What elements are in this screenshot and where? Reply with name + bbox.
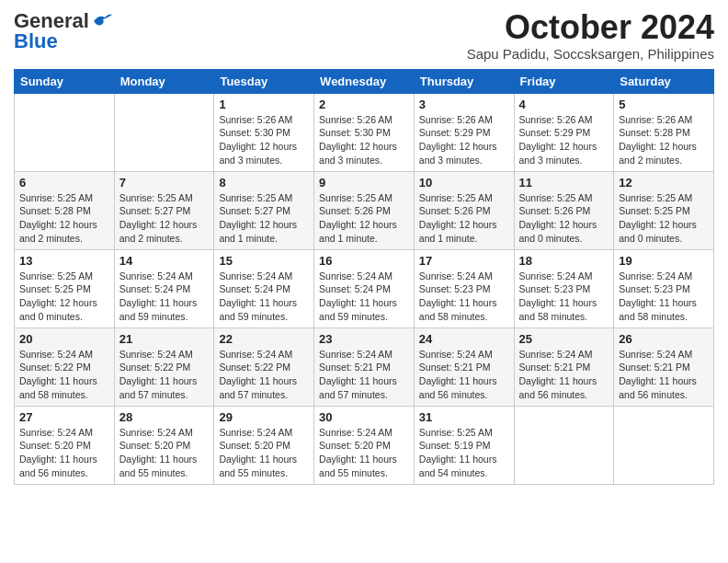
- calendar-cell: 10Sunrise: 5:25 AM Sunset: 5:26 PM Dayli…: [414, 171, 514, 249]
- calendar-cell: 2Sunrise: 5:26 AM Sunset: 5:30 PM Daylig…: [314, 93, 415, 171]
- calendar-cell: 16Sunrise: 5:24 AM Sunset: 5:24 PM Dayli…: [314, 249, 415, 327]
- day-number: 17: [419, 254, 509, 268]
- calendar-cell: 11Sunrise: 5:25 AM Sunset: 5:26 PM Dayli…: [514, 171, 614, 249]
- weekday-header-thursday: Thursday: [414, 69, 514, 93]
- day-info: Sunrise: 5:24 AM Sunset: 5:21 PM Dayligh…: [519, 348, 609, 402]
- day-number: 24: [419, 332, 509, 346]
- day-number: 9: [319, 176, 409, 190]
- calendar-cell: 28Sunrise: 5:24 AM Sunset: 5:20 PM Dayli…: [114, 406, 214, 484]
- day-info: Sunrise: 5:26 AM Sunset: 5:30 PM Dayligh…: [219, 113, 309, 167]
- day-number: 10: [419, 176, 509, 190]
- day-number: 31: [419, 410, 509, 424]
- calendar-cell: 12Sunrise: 5:25 AM Sunset: 5:25 PM Dayli…: [614, 171, 714, 249]
- day-info: Sunrise: 5:26 AM Sunset: 5:28 PM Dayligh…: [619, 113, 709, 167]
- day-number: 23: [319, 332, 409, 346]
- page-header: General Blue October 2024 Sapu Padidu, S…: [14, 9, 714, 62]
- day-info: Sunrise: 5:24 AM Sunset: 5:20 PM Dayligh…: [19, 426, 109, 480]
- day-number: 21: [119, 332, 210, 346]
- calendar-cell: 27Sunrise: 5:24 AM Sunset: 5:20 PM Dayli…: [15, 406, 115, 484]
- day-info: Sunrise: 5:24 AM Sunset: 5:21 PM Dayligh…: [419, 348, 509, 402]
- day-number: 28: [119, 410, 210, 424]
- day-number: 3: [419, 98, 509, 111]
- day-number: 6: [19, 176, 109, 190]
- calendar-cell: 1Sunrise: 5:26 AM Sunset: 5:30 PM Daylig…: [214, 93, 314, 171]
- calendar-week-row: 27Sunrise: 5:24 AM Sunset: 5:20 PM Dayli…: [15, 406, 714, 484]
- weekday-header-sunday: Sunday: [15, 69, 115, 93]
- calendar-cell: 20Sunrise: 5:24 AM Sunset: 5:22 PM Dayli…: [15, 327, 115, 406]
- calendar-cell: 5Sunrise: 5:26 AM Sunset: 5:28 PM Daylig…: [614, 93, 714, 171]
- day-number: 11: [519, 176, 609, 190]
- day-info: Sunrise: 5:25 AM Sunset: 5:27 PM Dayligh…: [219, 191, 309, 246]
- calendar-week-row: 20Sunrise: 5:24 AM Sunset: 5:22 PM Dayli…: [15, 327, 714, 406]
- calendar-week-row: 6Sunrise: 5:25 AM Sunset: 5:28 PM Daylig…: [15, 171, 714, 249]
- calendar-cell: 19Sunrise: 5:24 AM Sunset: 5:23 PM Dayli…: [614, 249, 714, 327]
- day-number: 15: [219, 254, 309, 268]
- day-info: Sunrise: 5:25 AM Sunset: 5:25 PM Dayligh…: [619, 191, 709, 246]
- calendar-week-row: 1Sunrise: 5:26 AM Sunset: 5:30 PM Daylig…: [15, 93, 714, 171]
- day-info: Sunrise: 5:25 AM Sunset: 5:26 PM Dayligh…: [319, 191, 409, 246]
- day-number: 13: [19, 254, 109, 268]
- day-number: 25: [519, 332, 609, 346]
- calendar-cell: 29Sunrise: 5:24 AM Sunset: 5:20 PM Dayli…: [214, 406, 314, 484]
- calendar-table: SundayMondayTuesdayWednesdayThursdayFrid…: [14, 69, 714, 485]
- calendar-cell: 14Sunrise: 5:24 AM Sunset: 5:24 PM Dayli…: [114, 249, 214, 327]
- day-number: 30: [319, 410, 409, 424]
- calendar-cell: 6Sunrise: 5:25 AM Sunset: 5:28 PM Daylig…: [15, 171, 115, 249]
- day-number: 4: [519, 98, 609, 111]
- day-info: Sunrise: 5:24 AM Sunset: 5:20 PM Dayligh…: [219, 426, 309, 480]
- day-info: Sunrise: 5:24 AM Sunset: 5:20 PM Dayligh…: [119, 426, 210, 480]
- calendar-cell: 7Sunrise: 5:25 AM Sunset: 5:27 PM Daylig…: [114, 171, 214, 249]
- day-info: Sunrise: 5:25 AM Sunset: 5:26 PM Dayligh…: [519, 191, 609, 246]
- day-info: Sunrise: 5:24 AM Sunset: 5:22 PM Dayligh…: [219, 348, 309, 402]
- logo-bird-icon: [92, 12, 112, 29]
- month-title: October 2024: [467, 9, 714, 46]
- day-info: Sunrise: 5:24 AM Sunset: 5:23 PM Dayligh…: [419, 270, 509, 324]
- day-number: 27: [19, 410, 109, 424]
- calendar-cell: 31Sunrise: 5:25 AM Sunset: 5:19 PM Dayli…: [414, 406, 514, 484]
- day-info: Sunrise: 5:25 AM Sunset: 5:19 PM Dayligh…: [419, 426, 509, 480]
- weekday-header-saturday: Saturday: [614, 69, 714, 93]
- day-info: Sunrise: 5:26 AM Sunset: 5:30 PM Dayligh…: [319, 113, 409, 167]
- calendar-cell: 18Sunrise: 5:24 AM Sunset: 5:23 PM Dayli…: [514, 249, 614, 327]
- calendar-cell: 4Sunrise: 5:26 AM Sunset: 5:29 PM Daylig…: [514, 93, 614, 171]
- calendar-cell: 3Sunrise: 5:26 AM Sunset: 5:29 PM Daylig…: [414, 93, 514, 171]
- day-number: 16: [319, 254, 409, 268]
- day-info: Sunrise: 5:26 AM Sunset: 5:29 PM Dayligh…: [419, 113, 509, 167]
- location-subtitle: Sapu Padidu, Soccsksargen, Philippines: [467, 46, 714, 62]
- day-info: Sunrise: 5:24 AM Sunset: 5:24 PM Dayligh…: [319, 270, 409, 324]
- day-number: 8: [219, 176, 309, 190]
- day-info: Sunrise: 5:24 AM Sunset: 5:21 PM Dayligh…: [619, 348, 709, 402]
- day-number: 7: [119, 176, 210, 190]
- day-number: 29: [219, 410, 309, 424]
- calendar-cell: 23Sunrise: 5:24 AM Sunset: 5:21 PM Dayli…: [314, 327, 415, 406]
- day-info: Sunrise: 5:24 AM Sunset: 5:23 PM Dayligh…: [519, 270, 609, 324]
- day-number: 1: [219, 98, 309, 111]
- calendar-cell: 24Sunrise: 5:24 AM Sunset: 5:21 PM Dayli…: [414, 327, 514, 406]
- day-info: Sunrise: 5:24 AM Sunset: 5:23 PM Dayligh…: [619, 270, 709, 324]
- calendar-cell: 22Sunrise: 5:24 AM Sunset: 5:22 PM Dayli…: [214, 327, 314, 406]
- day-info: Sunrise: 5:24 AM Sunset: 5:20 PM Dayligh…: [319, 426, 409, 480]
- calendar-cell: 17Sunrise: 5:24 AM Sunset: 5:23 PM Dayli…: [414, 249, 514, 327]
- logo: General Blue: [14, 9, 112, 53]
- calendar-cell: [114, 93, 214, 171]
- day-number: 12: [619, 176, 709, 190]
- day-number: 20: [19, 332, 109, 346]
- day-info: Sunrise: 5:24 AM Sunset: 5:24 PM Dayligh…: [119, 270, 210, 324]
- calendar-cell: 9Sunrise: 5:25 AM Sunset: 5:26 PM Daylig…: [314, 171, 415, 249]
- weekday-header-wednesday: Wednesday: [314, 69, 415, 93]
- calendar-header-row: SundayMondayTuesdayWednesdayThursdayFrid…: [15, 69, 714, 93]
- day-info: Sunrise: 5:26 AM Sunset: 5:29 PM Dayligh…: [519, 113, 609, 167]
- title-area: October 2024 Sapu Padidu, Soccsksargen, …: [467, 9, 714, 62]
- day-number: 26: [619, 332, 709, 346]
- calendar-cell: 13Sunrise: 5:25 AM Sunset: 5:25 PM Dayli…: [15, 249, 115, 327]
- day-number: 5: [619, 98, 709, 111]
- calendar-cell: 30Sunrise: 5:24 AM Sunset: 5:20 PM Dayli…: [314, 406, 415, 484]
- calendar-cell: [15, 93, 115, 171]
- calendar-cell: 15Sunrise: 5:24 AM Sunset: 5:24 PM Dayli…: [214, 249, 314, 327]
- calendar-cell: 8Sunrise: 5:25 AM Sunset: 5:27 PM Daylig…: [214, 171, 314, 249]
- day-info: Sunrise: 5:24 AM Sunset: 5:22 PM Dayligh…: [19, 348, 109, 402]
- calendar-week-row: 13Sunrise: 5:25 AM Sunset: 5:25 PM Dayli…: [15, 249, 714, 327]
- day-info: Sunrise: 5:24 AM Sunset: 5:22 PM Dayligh…: [119, 348, 210, 402]
- day-info: Sunrise: 5:25 AM Sunset: 5:25 PM Dayligh…: [19, 270, 109, 324]
- day-info: Sunrise: 5:25 AM Sunset: 5:26 PM Dayligh…: [419, 191, 509, 246]
